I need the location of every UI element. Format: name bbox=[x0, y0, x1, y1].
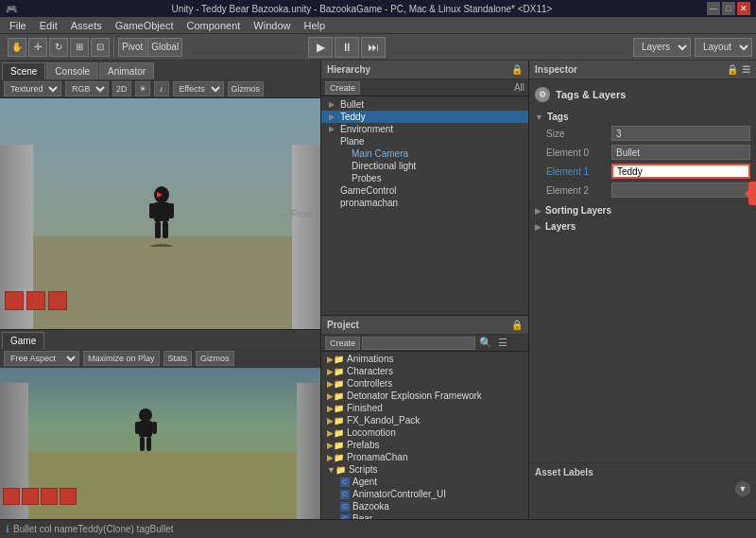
scene-background: ← Front bbox=[0, 98, 320, 329]
p-label-fx: FX_Kandol_Pack bbox=[347, 415, 420, 425]
h-label-bullet: Bullet bbox=[340, 99, 364, 110]
step-button[interactable]: ⏭ bbox=[361, 37, 386, 58]
tab-animator[interactable]: Animator bbox=[99, 62, 154, 79]
tab-console[interactable]: Console bbox=[46, 62, 98, 79]
asset-labels-btn[interactable]: ▼ bbox=[735, 481, 750, 496]
h-item-maincamera[interactable]: ▶ Main Camera bbox=[321, 148, 528, 160]
p-label-animctrl: AnimatorController_UI bbox=[352, 489, 446, 499]
inspector-menu-icon[interactable]: ☰ bbox=[742, 64, 750, 75]
pivot-button[interactable]: Pivot bbox=[118, 38, 146, 57]
h-item-probes[interactable]: ▶ Probes bbox=[321, 172, 528, 184]
move-tool[interactable]: ✛ bbox=[28, 38, 47, 57]
element1-input[interactable] bbox=[611, 164, 750, 179]
game-boxes bbox=[3, 488, 77, 505]
scene-ground bbox=[0, 236, 320, 329]
h-item-gamecontrol[interactable]: ▶ GameControl bbox=[321, 184, 528, 197]
element0-input[interactable] bbox=[611, 145, 750, 160]
menu-component[interactable]: Component bbox=[180, 17, 246, 34]
hierarchy-create-btn[interactable]: Create bbox=[325, 81, 360, 95]
p-folder-detonator[interactable]: ▶📁 Detonator Explosion Framework bbox=[321, 390, 528, 402]
menu-help[interactable]: Help bbox=[298, 17, 331, 34]
rotate-tool[interactable]: ↻ bbox=[49, 38, 68, 57]
scale-tool[interactable]: ⊞ bbox=[70, 38, 89, 57]
p-label-animations: Animations bbox=[347, 354, 393, 364]
game-char-svg bbox=[134, 408, 158, 460]
tab-scene[interactable]: Scene bbox=[2, 62, 45, 79]
box-3 bbox=[48, 291, 67, 310]
p-folder-finished[interactable]: ▶📁 Finished bbox=[321, 402, 528, 414]
project-header: Project 🔒 bbox=[321, 316, 528, 335]
bullet-arrow: ▶ bbox=[329, 100, 336, 109]
element0-row: Element 0 bbox=[546, 143, 750, 162]
p-script-agent[interactable]: C Agent bbox=[321, 476, 528, 488]
lighting-btn[interactable]: ☀ bbox=[135, 81, 150, 96]
menu-window[interactable]: Window bbox=[248, 17, 296, 34]
hierarchy-toolbar: Create All bbox=[321, 79, 528, 96]
p-script-animctrl[interactable]: C AnimatorController_UI bbox=[321, 488, 528, 500]
p-script-bazooka[interactable]: C Bazooka bbox=[321, 500, 528, 512]
h-item-dirlight[interactable]: ▶ Directional light bbox=[321, 160, 528, 172]
project-search[interactable] bbox=[362, 337, 475, 350]
h-item-bullet[interactable]: ▶ Bullet bbox=[321, 98, 528, 111]
filter-icon[interactable]: ☰ bbox=[496, 337, 509, 349]
inspector-lock-icon[interactable]: 🔒 bbox=[727, 64, 738, 75]
audio-btn[interactable]: ♪ bbox=[154, 81, 169, 96]
menu-file[interactable]: File bbox=[4, 17, 32, 34]
stats-btn[interactable]: Stats bbox=[163, 351, 193, 366]
aspect-select[interactable]: Free Aspect bbox=[4, 351, 79, 366]
element2-label: Element 2 bbox=[546, 185, 608, 196]
layers-section-header[interactable]: ▶ Layers bbox=[535, 219, 750, 234]
2d-btn[interactable]: 2D bbox=[112, 81, 131, 96]
sorting-section-header[interactable]: ▶ Sorting Layers bbox=[535, 203, 750, 217]
titlebar-icon: 🎮 bbox=[6, 4, 17, 14]
effects-select[interactable]: Effects bbox=[173, 81, 224, 96]
menu-gameobject[interactable]: GameObject bbox=[110, 17, 180, 34]
game-gizmos-btn[interactable]: Gizmos bbox=[196, 351, 234, 366]
h-item-pronamachan[interactable]: ▶ pronamachan bbox=[321, 197, 528, 209]
p-label-locomotion: Locomotion bbox=[347, 427, 396, 438]
p-folder-locomotion[interactable]: ▶📁 Locomotion bbox=[321, 426, 528, 439]
p-folder-characters[interactable]: ▶📁 Characters bbox=[321, 365, 528, 377]
svg-rect-10 bbox=[135, 422, 140, 434]
project-pin: 🔒 bbox=[511, 320, 523, 330]
p-folder-prefabs[interactable]: ▶📁 Prefabs bbox=[321, 439, 528, 451]
p-folder-scripts[interactable]: ▼📁 Scripts bbox=[321, 463, 528, 476]
layers-dropdown[interactable]: Layers bbox=[633, 38, 691, 57]
p-folder-animations[interactable]: ▶📁 Animations bbox=[321, 353, 528, 365]
project-create-btn[interactable]: Create bbox=[325, 337, 360, 350]
h-item-teddy[interactable]: ▶ Teddy bbox=[321, 111, 528, 123]
p-script-bear[interactable]: C Bear bbox=[321, 512, 528, 519]
hand-tool[interactable]: ✋ bbox=[8, 38, 26, 57]
scene-tabs: Scene Console Animator bbox=[0, 61, 320, 79]
h-item-plane[interactable]: ▶ Plane bbox=[321, 135, 528, 148]
character-svg bbox=[147, 185, 176, 247]
tags-section-header[interactable]: ▼ Tags bbox=[535, 110, 750, 124]
search-icon[interactable]: 🔍 bbox=[477, 337, 494, 349]
menu-edit[interactable]: Edit bbox=[34, 17, 63, 34]
textured-select[interactable]: Textured bbox=[4, 81, 61, 96]
tab-game[interactable]: Game bbox=[2, 332, 44, 349]
maximize-button[interactable]: □ bbox=[722, 2, 735, 15]
size-input[interactable] bbox=[611, 126, 750, 141]
pause-button[interactable]: ⏸ bbox=[335, 37, 359, 58]
h-item-environment[interactable]: ▶ Environment bbox=[321, 123, 528, 135]
maximize-play-btn[interactable]: Maximize on Play bbox=[83, 351, 160, 366]
layout-dropdown[interactable]: Layout bbox=[695, 38, 752, 57]
p-label-finished: Finished bbox=[347, 403, 383, 413]
rect-tool[interactable]: ⊡ bbox=[91, 38, 110, 57]
p-label-scripts: Scripts bbox=[349, 464, 378, 475]
p-folder-controllers[interactable]: ▶📁 Controllers bbox=[321, 377, 528, 390]
p-folder-pronamachan[interactable]: ▶📁 PronamaChan bbox=[321, 451, 528, 463]
gizmos-btn[interactable]: Gizmos bbox=[228, 81, 265, 96]
rgb-select[interactable]: RGB bbox=[65, 81, 109, 96]
menu-assets[interactable]: Assets bbox=[65, 17, 108, 34]
minimize-button[interactable]: — bbox=[707, 2, 720, 15]
play-button[interactable]: ▶ bbox=[308, 37, 333, 58]
close-button[interactable]: ✕ bbox=[737, 2, 750, 15]
folder-icon-characters: ▶📁 bbox=[327, 367, 344, 376]
p-label-bazooka: Bazooka bbox=[352, 501, 389, 512]
global-button[interactable]: Global bbox=[147, 38, 182, 57]
p-folder-fx[interactable]: ▶📁 FX_Kandol_Pack bbox=[321, 414, 528, 426]
element2-input[interactable] bbox=[611, 182, 750, 198]
project-panel: Project 🔒 Create 🔍 ☰ ▶📁 Animations ▶📁 Ch… bbox=[321, 316, 528, 519]
